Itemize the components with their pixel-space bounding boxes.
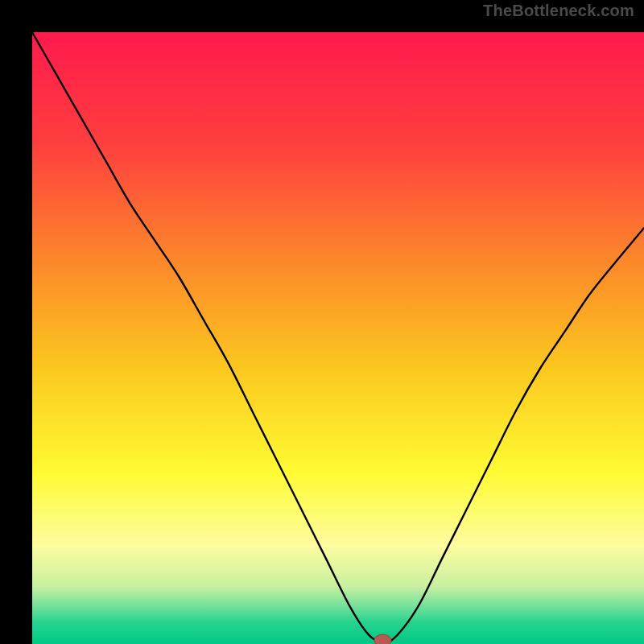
chart-frame: [16, 16, 628, 628]
chart-svg: [32, 32, 644, 644]
chart-plot-area: [32, 32, 644, 644]
minimum-marker: [374, 634, 391, 644]
gradient-background: [32, 32, 644, 644]
attribution-text: TheBottleneck.com: [483, 2, 634, 20]
